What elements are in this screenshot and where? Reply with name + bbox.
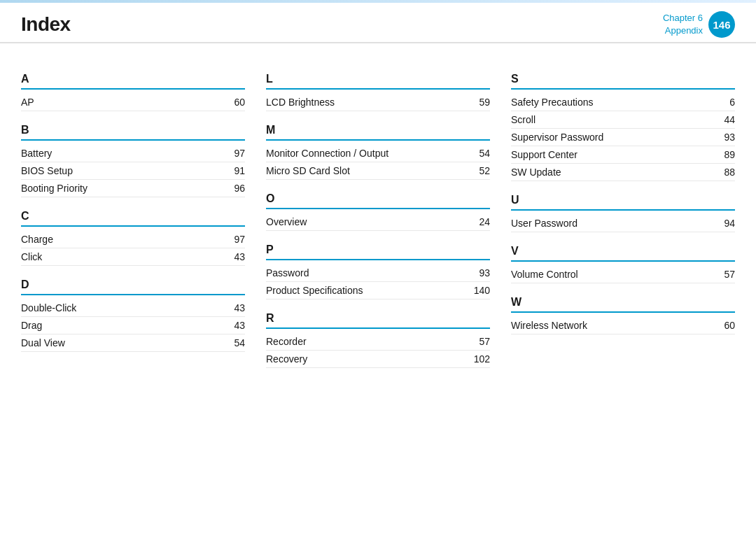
index-entry: Wireless Network60 [511, 317, 735, 334]
section-b: BBattery97BIOS Setup91Booting Priority96 [21, 124, 245, 197]
entry-term: Click [21, 251, 42, 262]
index-entry: Scroll44 [511, 111, 735, 129]
section-d: DDouble-Click43Drag43Dual View54 [21, 278, 245, 352]
section-u: UUser Password94 [511, 194, 735, 232]
section-divider-d [21, 294, 245, 295]
entry-page: 91 [224, 165, 245, 176]
entry-term: Volume Control [511, 269, 578, 280]
index-entry: Drag43 [21, 317, 245, 334]
entry-page: 93 [714, 132, 735, 143]
section-v: VVolume Control57 [511, 245, 735, 283]
entry-page: 97 [224, 148, 245, 159]
section-letter-o: O [266, 192, 490, 206]
index-entry: Double-Click43 [21, 299, 245, 317]
entry-term: Supervisor Password [511, 132, 603, 143]
index-entry: Supervisor Password93 [511, 129, 735, 146]
entry-page: 54 [469, 148, 490, 159]
section-letter-w: W [511, 296, 735, 310]
entry-page: 44 [714, 114, 735, 125]
section-a: AAP60 [21, 73, 245, 111]
index-entry: Micro SD Card Slot52 [266, 162, 490, 180]
section-c: CCharge97Click43 [21, 210, 245, 266]
entry-page: 43 [224, 302, 245, 313]
index-entry: Booting Priority96 [21, 180, 245, 197]
entry-page: 54 [224, 337, 245, 348]
section-m: MMonitor Connection / Output54Micro SD C… [266, 124, 490, 180]
entry-term: Support Center [511, 149, 578, 160]
entry-term: Password [266, 267, 309, 278]
page-title: Index [21, 13, 71, 36]
entry-page: 57 [469, 336, 490, 347]
entry-term: Safety Precautions [511, 97, 594, 108]
entry-page: 57 [714, 269, 735, 280]
entry-page: 43 [224, 251, 245, 262]
entry-page: 6 [714, 97, 735, 108]
index-entry: Overview24 [266, 213, 490, 231]
entry-page: 89 [714, 149, 735, 160]
section-divider-w [511, 311, 735, 313]
index-entry: Click43 [21, 248, 245, 266]
section-divider-m [266, 139, 490, 141]
entry-page: 94 [714, 218, 735, 229]
section-r: RRecorder57Recovery102 [266, 312, 490, 368]
entry-term: Wireless Network [511, 320, 587, 331]
entry-term: Overview [266, 216, 307, 227]
section-letter-d: D [21, 278, 245, 292]
section-divider-p [266, 259, 490, 260]
index-entry: Monitor Connection / Output54 [266, 145, 490, 162]
entry-term: Drag [21, 320, 42, 331]
section-letter-m: M [266, 124, 490, 138]
index-entry: Safety Precautions6 [511, 94, 735, 111]
entry-term: Micro SD Card Slot [266, 165, 350, 176]
section-divider-l [266, 88, 490, 90]
section-letter-a: A [21, 73, 245, 87]
entry-term: Recovery [266, 353, 307, 365]
entry-page: 60 [714, 320, 735, 331]
chapter-label: Chapter 6 Appendix [663, 12, 703, 37]
index-content: AAP60BBattery97BIOS Setup91Booting Prior… [0, 43, 756, 530]
index-entry: Charge97 [21, 231, 245, 248]
index-entry: Dual View54 [21, 334, 245, 352]
section-letter-l: L [266, 73, 490, 87]
entry-page: 43 [224, 320, 245, 331]
section-divider-u [511, 209, 735, 211]
column-3: SSafety Precautions6Scroll44Supervisor P… [511, 57, 735, 516]
index-entry: Recorder57 [266, 333, 490, 351]
entry-term: SW Update [511, 167, 561, 178]
entry-term: Dual View [21, 337, 65, 348]
column-2: LLCD Brightness59MMonitor Connection / O… [266, 57, 490, 516]
entry-term: Battery [21, 148, 52, 159]
entry-page: 52 [469, 165, 490, 176]
index-entry: Support Center89 [511, 146, 735, 164]
section-divider-o [266, 208, 490, 209]
section-letter-p: P [266, 244, 490, 258]
entry-term: Monitor Connection / Output [266, 148, 388, 159]
index-entry: User Password94 [511, 215, 735, 232]
entry-page: 102 [469, 353, 490, 365]
entry-page: 93 [469, 267, 490, 278]
page-badge: 146 [708, 11, 735, 38]
section-letter-v: V [511, 245, 735, 259]
index-entry: LCD Brightness59 [266, 94, 490, 111]
entry-page: 60 [224, 97, 245, 108]
entry-page: 97 [224, 234, 245, 245]
index-entry: AP60 [21, 94, 245, 111]
entry-term: Recorder [266, 336, 307, 347]
entry-term: Double-Click [21, 302, 76, 313]
index-entry: Volume Control57 [511, 266, 735, 283]
entry-term: LCD Brightness [266, 97, 335, 108]
entry-term: Scroll [511, 114, 536, 125]
section-divider-b [21, 139, 245, 141]
section-s: SSafety Precautions6Scroll44Supervisor P… [511, 73, 735, 181]
entry-term: Booting Priority [21, 183, 88, 194]
entry-page: 59 [469, 97, 490, 108]
section-divider-v [511, 260, 735, 262]
index-entry: SW Update88 [511, 164, 735, 181]
index-entry: Recovery102 [266, 351, 490, 368]
index-entry: Battery97 [21, 145, 245, 162]
section-letter-u: U [511, 194, 735, 208]
section-o: OOverview24 [266, 192, 490, 231]
entry-term: Product Specifications [266, 285, 363, 296]
entry-term: User Password [511, 218, 578, 229]
page-header: Index Chapter 6 Appendix 146 [0, 3, 756, 43]
